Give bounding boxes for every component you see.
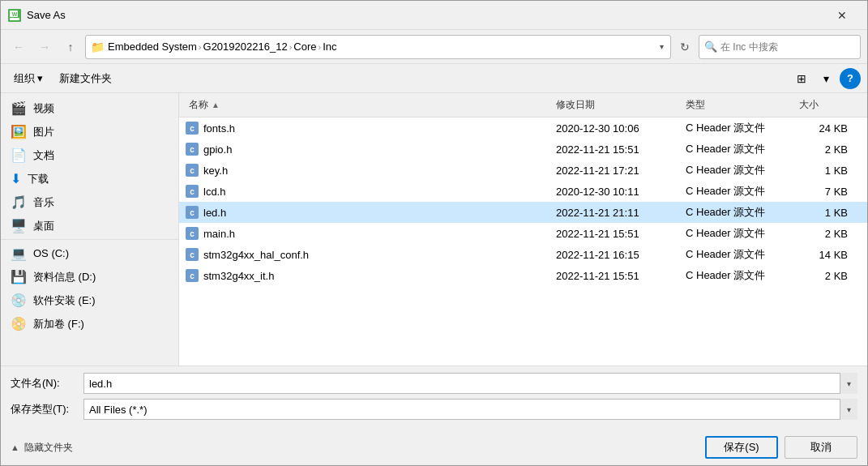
sidebar-item-video[interactable]: 🎬 视频 <box>1 96 178 120</box>
back-button[interactable]: ← <box>7 36 30 58</box>
file-row[interactable]: c fonts.h 2020-12-30 10:06 C Header 源文件 … <box>179 118 867 139</box>
file-name-cell: c gpio.h <box>186 143 553 156</box>
new-folder-button[interactable]: 新建文件夹 <box>53 68 118 89</box>
col-header-size[interactable]: 大小 <box>796 96 861 113</box>
file-name: led.h <box>203 207 226 219</box>
help-button[interactable]: ? <box>840 68 861 89</box>
sidebar-item-downloads[interactable]: ⬇ 下载 <box>1 167 178 190</box>
filetype-dropdown-arrow[interactable]: ▾ <box>840 399 857 420</box>
filename-input-wrap: ▾ <box>83 373 857 394</box>
file-row[interactable]: c gpio.h 2022-11-21 15:51 C Header 源文件 2… <box>179 139 867 160</box>
sidebar-item-music[interactable]: 🎵 音乐 <box>1 190 178 214</box>
close-button[interactable]: ✕ <box>823 3 861 28</box>
up-button[interactable]: ↑ <box>59 36 82 58</box>
breadcrumb-part-3[interactable]: Core <box>293 41 316 53</box>
save-button[interactable]: 保存(S) <box>705 436 778 459</box>
dialog-title: Save As <box>27 9 823 21</box>
file-type: C Header 源文件 <box>682 226 796 241</box>
d-drive-icon: 💾 <box>11 269 27 284</box>
file-modified: 2022-11-21 15:51 <box>553 270 682 282</box>
file-area: 名称 ▲ 修改日期 类型 大小 c fonts.h 2020-12-30 10: <box>179 93 867 366</box>
file-type: C Header 源文件 <box>682 205 796 220</box>
window-controls: ✕ <box>823 3 861 28</box>
file-row[interactable]: c key.h 2022-11-21 17:21 C Header 源文件 1 … <box>179 160 867 181</box>
file-type: C Header 源文件 <box>682 268 796 283</box>
organize-label: 组织 <box>14 71 35 86</box>
desktop-icon: 🖥️ <box>11 218 27 233</box>
file-size: 2 KB <box>796 270 861 282</box>
forward-button[interactable]: → <box>33 36 56 58</box>
cancel-button[interactable]: 取消 <box>785 436 857 459</box>
file-size: 1 KB <box>796 207 861 219</box>
breadcrumb-part-4[interactable]: Inc <box>323 41 336 53</box>
sidebar-item-label: 视频 <box>33 101 54 116</box>
sidebar-item-label: 新加卷 (F:) <box>33 317 84 331</box>
file-row[interactable]: c led.h 2022-11-21 21:11 C Header 源文件 1 … <box>179 202 867 223</box>
breadcrumb-part-2[interactable]: G2019202216_12 <box>203 41 288 53</box>
file-row[interactable]: c stm32g4xx_hal_conf.h 2022-11-21 16:15 … <box>179 244 867 265</box>
hide-folders-label: 隐藏文件夹 <box>24 441 73 455</box>
col-header-name[interactable]: 名称 ▲ <box>186 96 553 113</box>
sidebar-item-e-drive[interactable]: 💿 软件安装 (E:) <box>1 289 178 312</box>
footer-buttons: 保存(S) 取消 <box>705 436 857 459</box>
file-modified: 2022-11-21 17:21 <box>553 165 682 177</box>
file-list: c fonts.h 2020-12-30 10:06 C Header 源文件 … <box>179 118 867 366</box>
f-drive-icon: 📀 <box>11 316 27 331</box>
file-name-cell: c stm32g4xx_hal_conf.h <box>186 248 553 261</box>
address-dropdown-button[interactable]: ▾ <box>658 41 665 53</box>
address-bar[interactable]: 📁 Embedded System › G2019202216_12 › Cor… <box>85 35 671 59</box>
file-type: C Header 源文件 <box>682 163 796 177</box>
file-list-header: 名称 ▲ 修改日期 类型 大小 <box>179 93 867 118</box>
organize-button[interactable]: 组织 ▾ <box>7 68 49 89</box>
filetype-input[interactable] <box>83 399 857 420</box>
sep-2: › <box>289 42 293 52</box>
sep-3: › <box>318 42 321 52</box>
file-modified: 2022-11-21 15:51 <box>553 143 682 156</box>
sep-1: › <box>199 42 202 52</box>
file-row[interactable]: c stm32g4xx_it.h 2022-11-21 15:51 C Head… <box>179 265 867 286</box>
sidebar-item-desktop[interactable]: 🖥️ 桌面 <box>1 214 178 237</box>
hide-folders-toggle[interactable]: ▲ 隐藏文件夹 <box>11 441 73 455</box>
breadcrumb-part-1[interactable]: Embedded System <box>108 41 197 53</box>
c-header-icon: c <box>186 248 199 261</box>
search-input[interactable] <box>720 41 855 53</box>
sidebar-item-documents[interactable]: 📄 文档 <box>1 143 178 167</box>
file-size: 14 KB <box>796 249 861 261</box>
col-header-type[interactable]: 类型 <box>682 96 796 113</box>
file-modified: 2020-12-30 10:06 <box>553 122 682 135</box>
col-header-modified[interactable]: 修改日期 <box>553 96 682 113</box>
sidebar-item-label: 桌面 <box>33 219 54 233</box>
bottom-form: 文件名(N): ▾ 保存类型(T): ▾ <box>1 366 867 431</box>
sidebar: 🎬 视频 🖼️ 图片 📄 文档 ⬇ 下载 🎵 音乐 🖥️ 桌面 <box>1 93 179 366</box>
sidebar-item-d-drive[interactable]: 💾 资料信息 (D:) <box>1 265 178 289</box>
file-row[interactable]: c lcd.h 2020-12-30 10:11 C Header 源文件 7 … <box>179 181 867 202</box>
file-name-cell: c stm32g4xx_it.h <box>186 269 553 282</box>
file-type: C Header 源文件 <box>682 142 796 156</box>
sidebar-item-pictures[interactable]: 🖼️ 图片 <box>1 120 178 143</box>
file-name: main.h <box>203 228 235 240</box>
main-content: 🎬 视频 🖼️ 图片 📄 文档 ⬇ 下载 🎵 音乐 🖥️ 桌面 <box>1 93 867 366</box>
save-as-dialog: W Save As ✕ ← → ↑ 📁 Embedded System › G2… <box>0 0 868 466</box>
filename-dropdown-arrow[interactable]: ▾ <box>840 373 857 394</box>
search-bar[interactable]: 🔍 <box>699 35 861 59</box>
filetype-input-wrap: ▾ <box>83 399 857 420</box>
file-name: lcd.h <box>203 186 225 198</box>
refresh-button[interactable]: ↻ <box>674 36 695 58</box>
file-name: stm32g4xx_hal_conf.h <box>203 249 309 261</box>
filetype-row: 保存类型(T): ▾ <box>11 399 857 420</box>
sidebar-item-c-drive[interactable]: 💻 OS (C:) <box>1 242 178 265</box>
c-header-icon: c <box>186 269 199 282</box>
e-drive-icon: 💿 <box>11 293 27 308</box>
file-row[interactable]: c main.h 2022-11-21 15:51 C Header 源文件 2… <box>179 223 867 244</box>
sidebar-item-label: 下载 <box>28 172 49 186</box>
sidebar-item-f-drive[interactable]: 📀 新加卷 (F:) <box>1 312 178 336</box>
c-header-icon: c <box>186 227 199 240</box>
filename-input[interactable] <box>83 373 857 394</box>
view-dropdown-button[interactable]: ▾ <box>815 68 836 89</box>
sidebar-item-label: 软件安装 (E:) <box>33 293 96 308</box>
view-icon: ⊞ <box>797 72 806 85</box>
downloads-icon: ⬇ <box>11 171 21 186</box>
sidebar-item-label: 文档 <box>33 148 54 163</box>
view-button[interactable]: ⊞ <box>791 68 812 89</box>
search-icon: 🔍 <box>704 41 717 53</box>
